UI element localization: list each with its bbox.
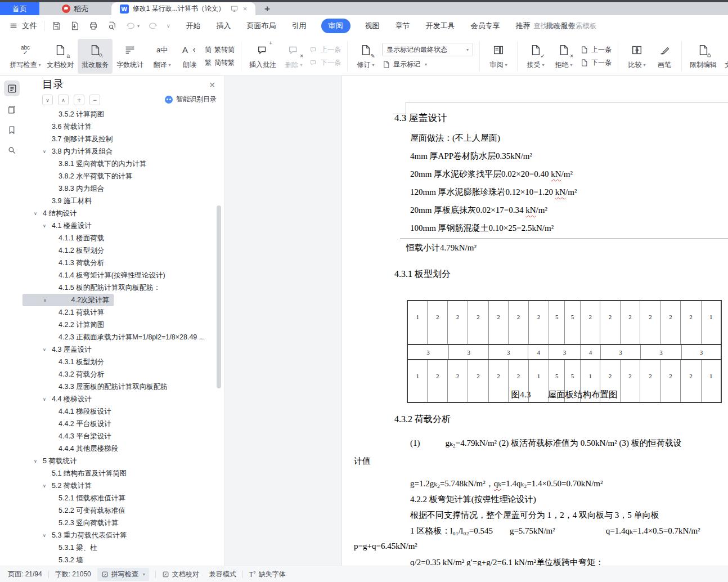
show-markup-button[interactable]: 显示标记▾ — [382, 60, 427, 69]
menu-item-view[interactable]: 视图 — [364, 19, 381, 33]
toc-item[interactable]: ∨4.3 屋盖设计 — [23, 343, 220, 356]
document-page[interactable]: 4.3 屋盖设计 屋面做法：(不上人屋面) 4mm 厚APP卷材防水层0.35k… — [341, 76, 728, 566]
spell-check-button[interactable]: abc✓ 拼写检查▾ — [8, 39, 43, 74]
expand-all-button[interactable]: + — [74, 95, 84, 105]
print-icon[interactable] — [88, 21, 98, 31]
toc-item[interactable]: 5.2.1 恒载标准值计算 — [23, 492, 220, 504]
restrict-edit-button[interactable]: 限制编辑 — [686, 39, 721, 74]
word-count-button[interactable]: 字数统计 — [113, 39, 147, 74]
toc-item[interactable]: 3.8.3 内力组合 — [23, 182, 220, 195]
menu-item-insert[interactable]: 插入 — [215, 19, 232, 33]
toc-scrollbar-thumb[interactable] — [217, 205, 221, 388]
menu-item-section[interactable]: 章节 — [394, 19, 411, 33]
chapter-nav-button[interactable] — [4, 102, 20, 118]
command-search[interactable]: 查找命令、搜索模板 — [522, 21, 597, 31]
prev-comment-button[interactable]: 上一条 — [309, 45, 341, 55]
export-icon[interactable] — [70, 21, 80, 31]
toc-item[interactable]: ∨4 结构设计 — [23, 207, 220, 220]
toc-item[interactable]: 3.8.1 竖向荷载下的内力计算 — [23, 158, 220, 170]
accept-button[interactable]: ✓ 接受▾ — [522, 39, 550, 74]
customize-quickbar-icon[interactable]: ∨ — [167, 23, 170, 29]
menu-item-start[interactable]: 开始 — [185, 19, 202, 33]
toc-item[interactable]: 4.2.2 计算简图 — [23, 319, 220, 331]
track-changes-button[interactable]: ✎ 修订▾ — [352, 39, 380, 74]
next-change-button[interactable]: 下一条 — [580, 58, 612, 68]
toc-item[interactable]: ∨5 荷载统计 — [23, 455, 220, 467]
compat-mode-status[interactable]: 兼容模式 — [209, 570, 236, 579]
toc-item[interactable]: 4.1.2 板型划分 — [23, 244, 220, 257]
tab-docer[interactable]: 稻壳 — [39, 2, 111, 15]
toc-item[interactable]: ∨3.6 荷载计算 — [23, 120, 220, 133]
toc-item[interactable]: ∨4.4 楼梯设计 — [23, 393, 220, 405]
toc-item[interactable]: 4.1.4 板弯矩计算(按弹性理论设计) — [23, 269, 220, 281]
toc-item[interactable]: ∨5.3 重力荷载代表值计算 — [23, 529, 220, 541]
toc-item[interactable]: 4.4.3 平台梁设计 — [23, 430, 220, 442]
chevron-down-icon[interactable]: ∨ — [43, 533, 52, 538]
print-preview-icon[interactable] — [107, 21, 117, 31]
toc-item[interactable]: 4.4.2 平台板设计 — [23, 418, 220, 430]
next-comment-button[interactable]: 下一条 — [309, 58, 341, 68]
toc-item[interactable]: 4.3.2 荷载分析 — [23, 368, 220, 380]
file-menu-button[interactable]: 文件 — [9, 21, 37, 31]
menu-item-references[interactable]: 引用 — [291, 19, 308, 33]
expand-down-button[interactable]: ∨ — [42, 95, 53, 105]
insert-comment-button[interactable]: + 插入批注 — [245, 39, 280, 74]
collapse-all-button[interactable]: − — [89, 95, 100, 105]
collapse-up-button[interactable]: ∧ — [58, 95, 69, 105]
reject-button[interactable]: × 拒绝▾ — [550, 39, 578, 74]
tab-document[interactable]: W 修改1 某行政...计算书（论文） × — [111, 2, 255, 15]
toc-item[interactable]: 4.1.3 荷载分析 — [23, 257, 220, 269]
spell-check-status[interactable]: 拼写检查▾ — [97, 568, 149, 581]
doc-permission-button[interactable]: 文档权限 — [721, 39, 728, 74]
toc-item[interactable]: 5.3.2 墙 — [23, 554, 220, 566]
chevron-down-icon[interactable]: ∨ — [43, 298, 52, 303]
toc-item[interactable]: 5.3.1 梁、柱 — [23, 541, 220, 554]
menu-item-member[interactable]: 会员专享 — [470, 19, 501, 33]
smart-toc-button[interactable]: 智能识别目录 — [165, 95, 217, 104]
toc-item[interactable]: 5.2.3 竖向荷载计算 — [23, 517, 220, 529]
review-pane-button[interactable]: 审阅▾ — [484, 39, 513, 74]
toc-item[interactable]: ∨5.2 荷载计算 — [23, 480, 220, 492]
toc-item[interactable]: 4.2.3 正截面承载力计算M=1/8pl2=1/8×28.49 ... — [23, 331, 220, 343]
close-panel-icon[interactable]: ✕ — [209, 80, 215, 89]
toc-item[interactable]: 4.2.1 荷载计算 — [23, 306, 220, 319]
toc-item[interactable]: 4.1.1 楼面荷载 — [23, 232, 220, 244]
new-tab-button[interactable]: + — [264, 2, 270, 15]
save-icon[interactable] — [51, 21, 61, 31]
chevron-down-icon[interactable]: ∨ — [34, 211, 43, 216]
chevron-down-icon[interactable]: ∨ — [43, 223, 52, 229]
grading-service-button[interactable]: 批改服务 — [78, 39, 113, 74]
toc-item[interactable]: 4.3.1 板型划分 — [23, 356, 220, 368]
chevron-down-icon[interactable]: ∨ — [34, 459, 43, 464]
compare-button[interactable]: 比较▾ — [622, 39, 651, 74]
doc-proof-button[interactable]: a 文档校对 — [43, 39, 78, 74]
redo-icon[interactable] — [148, 21, 158, 31]
chevron-down-icon[interactable]: ∨ — [43, 397, 52, 402]
toc-item[interactable]: 3.8.2 水平荷载下的计算 — [23, 170, 220, 182]
prev-change-button[interactable]: 上一条 — [580, 45, 612, 55]
ink-button[interactable]: 画笔 — [651, 39, 677, 74]
toc-item[interactable]: 4.4.4 其他层楼梯段 — [23, 442, 220, 455]
tab-home[interactable]: 首页 — [0, 2, 39, 15]
read-aloud-button[interactable]: A 朗读 — [177, 39, 203, 74]
chevron-down-icon[interactable]: ∨ — [43, 149, 52, 154]
missing-font-status[interactable]: T? 缺失字体 — [249, 570, 286, 579]
menu-item-review[interactable]: 审阅 — [321, 19, 350, 33]
toc-panel-button[interactable] — [4, 80, 20, 96]
bookmark-panel-button[interactable] — [4, 122, 20, 138]
toc-item[interactable]: ∨3.7 侧移计算及控制 — [23, 133, 220, 145]
close-tab-icon[interactable]: × — [243, 5, 248, 13]
menu-item-dev-tools[interactable]: 开发工具 — [425, 19, 456, 33]
toc-item[interactable]: 4.3.3 屋面板的配筋计算双向板配筋 — [23, 380, 220, 393]
chevron-down-icon[interactable]: ∨ — [43, 347, 52, 352]
trad-to-simp-button[interactable]: 简繁转简 — [205, 45, 235, 55]
toc-item[interactable]: ∨4.2次梁计算 — [23, 294, 114, 306]
present-to-screen-icon[interactable] — [230, 5, 239, 13]
undo-button[interactable]: ▾ — [125, 21, 140, 31]
chevron-down-icon[interactable]: ∨ — [43, 483, 52, 489]
find-panel-button[interactable] — [4, 142, 20, 158]
toc-item[interactable]: 5.2.2 可变荷载标准值 — [23, 504, 220, 517]
toc-item[interactable]: 4.4.1 梯段板设计 — [23, 405, 220, 418]
toc-item[interactable]: ∨3.8 内力计算及组合 — [23, 145, 220, 158]
simp-to-trad-button[interactable]: 繁简转繁 — [205, 58, 235, 68]
